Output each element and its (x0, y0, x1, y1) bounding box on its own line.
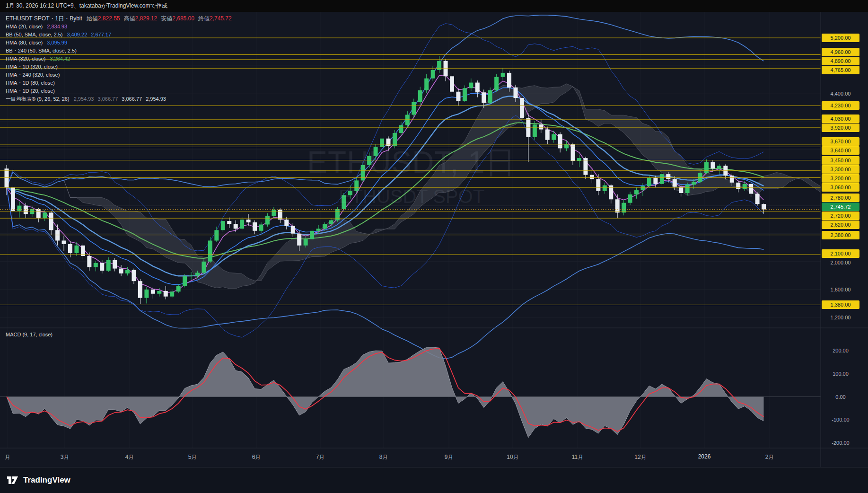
legend-row-value: 3,409.22 (67, 32, 87, 37)
legend-row-value: 2,954.93 (146, 96, 166, 102)
legend-row-label: HMA (320, close) (6, 56, 45, 62)
alert-price-label[interactable]: 4,765.00 (822, 66, 859, 74)
legend-row-label: HMA (20, close) (6, 24, 43, 29)
time-axis-label: 10月 (507, 453, 518, 461)
legend-row[interactable]: BB (50, SMA, close, 2.5)3,409.222,677.17 (6, 31, 236, 39)
legend-row-value: 3,095.99 (47, 40, 67, 45)
footer-bar: TradingView (0, 467, 868, 493)
legend-row-value: 終値2,745.72 (198, 15, 232, 22)
macd-tick-label: 100.00 (822, 370, 859, 378)
time-axis-label: 3月 (61, 453, 70, 461)
current-price-label[interactable]: 2,745.72 (822, 202, 859, 211)
legend-row-label: HMA・1D (80, close) (6, 80, 55, 86)
alert-price-label[interactable]: 3,920.00 (822, 123, 859, 132)
time-axis-label: 7月 (316, 453, 325, 461)
legend-row[interactable]: 一目均衡表® (9, 26, 52, 26)2,954.933,066.773,… (6, 95, 236, 103)
legend-row-label: 一目均衡表® (9, 26, 52, 26) (6, 96, 70, 102)
legend-row-value: 2,954.93 (74, 96, 94, 102)
time-axis-label: 6月 (252, 453, 261, 461)
legend-row-label: HMA・1D (20, close) (6, 88, 55, 94)
alert-price-label[interactable]: 2,780.00 (822, 194, 859, 202)
price-axis[interactable]: 5,200.004,960.004,890.004,765.004,400.00… (822, 12, 867, 467)
alert-price-label[interactable]: 5,200.00 (822, 34, 859, 42)
time-axis[interactable]: 月3月4月5月6月7月8月9月10月11月12月20262月 (0, 449, 868, 466)
legend-row-value: 2,677.17 (91, 32, 111, 37)
macd-tick-label: 200.00 (822, 346, 859, 355)
alert-price-label[interactable]: 3,060.00 (822, 183, 859, 192)
alert-price-label[interactable]: 2,380.00 (822, 231, 859, 239)
alert-price-label[interactable]: 2,720.00 (822, 211, 859, 220)
snapshot-caption: 1月 30, 2026 16:12 UTC+9、takatabaがTrading… (6, 2, 167, 9)
time-axis-label: 4月 (125, 453, 134, 461)
legend-row-value: 安値2,685.00 (161, 15, 194, 22)
legend-row[interactable]: BB・240 (50, SMA, close, 2.5) (6, 47, 236, 55)
legend-row-label: HMA・1D (320, close) (6, 64, 58, 70)
alert-price-label[interactable]: 1,380.00 (822, 300, 859, 309)
snapshot-caption-bar: 1月 30, 2026 16:12 UTC+9、takatabaがTrading… (0, 0, 868, 12)
time-axis-label: 9月 (445, 453, 454, 461)
legend-row-value: 高値2,829.12 (124, 15, 158, 22)
indicator-legend: ETHUSDT SPOT・1日・Bybit始値2,822.55高値2,829.1… (6, 15, 236, 103)
legend-value-prefix: 高値 (124, 15, 135, 22)
price-tick-label: 2,000.00 (822, 258, 859, 267)
alert-price-label[interactable]: 4,890.00 (822, 57, 859, 65)
legend-row[interactable]: HMA・1D (20, close) (6, 87, 236, 95)
alert-price-label[interactable]: 4,960.00 (822, 48, 859, 56)
price-tick-label: 1,600.00 (822, 285, 859, 294)
legend-row[interactable]: HMA・1D (80, close) (6, 79, 236, 87)
price-tick-label: 1,200.00 (822, 313, 859, 322)
time-axis-label: 8月 (379, 453, 388, 461)
legend-row[interactable]: HMA (320, close)3,264.42 (6, 55, 236, 63)
tradingview-snapshot: 1月 30, 2026 16:12 UTC+9、takatabaがTrading… (0, 0, 868, 493)
legend-row[interactable]: ETHUSDT SPOT・1日・Bybit始値2,822.55高値2,829.1… (6, 15, 236, 23)
legend-row-value: 始値2,822.55 (87, 15, 120, 22)
alert-price-label[interactable]: 3,300.00 (822, 165, 859, 174)
alert-price-label[interactable]: 3,670.00 (822, 137, 859, 146)
alert-price-label[interactable]: 3,450.00 (822, 156, 859, 165)
legend-row-label: BB (50, SMA, close, 2.5) (6, 32, 62, 37)
time-axis-label: 5月 (188, 453, 197, 461)
macd-tick-label: -100.00 (822, 415, 859, 424)
legend-row-value: 2,834.93 (47, 24, 67, 29)
price-tick-label: 4,400.00 (822, 89, 859, 98)
time-axis-label: 11月 (572, 453, 583, 461)
macd-tick-label: 0.00 (822, 393, 859, 401)
legend-row-value: 3,066.77 (97, 96, 118, 102)
legend-row-value: 3,264.42 (50, 56, 70, 62)
alert-price-label[interactable]: 4,230.00 (822, 101, 859, 110)
legend-row[interactable]: HMA (20, close)2,834.93 (6, 23, 236, 31)
time-axis-label: 月 (5, 453, 10, 461)
legend-row[interactable]: HMA・1D (320, close) (6, 63, 236, 71)
tradingview-brand-text[interactable]: TradingView (23, 475, 70, 485)
macd-legend-label: MACD (9, 17, close) (6, 332, 53, 337)
legend-row-label: HMA・240 (320, close) (6, 72, 60, 78)
alert-price-label[interactable]: 3,200.00 (822, 174, 859, 183)
legend-row-value: 3,066.77 (122, 96, 142, 102)
legend-value-prefix: 終値 (198, 15, 210, 22)
legend-row-label: HMA (80, close) (6, 40, 43, 45)
alert-price-label[interactable]: 2,100.00 (822, 249, 859, 258)
legend-row[interactable]: HMA (80, close)3,095.99 (6, 39, 236, 47)
macd-legend[interactable]: MACD (9, 17, close) (6, 332, 53, 337)
legend-row[interactable]: HMA・240 (320, close) (6, 71, 236, 79)
macd-tick-label: -200.00 (822, 439, 859, 447)
legend-row-label: ETHUSDT SPOT・1日・Bybit (6, 15, 82, 22)
alert-price-label[interactable]: 2,620.00 (822, 220, 859, 229)
time-axis-label: 2月 (765, 453, 774, 461)
alert-price-label[interactable]: 3,640.00 (822, 146, 859, 155)
legend-value-prefix: 安値 (161, 15, 172, 22)
legend-row-label: BB・240 (50, SMA, close, 2.5) (6, 48, 77, 53)
alert-price-label[interactable]: 4,030.00 (822, 114, 859, 123)
tradingview-logo-icon[interactable] (7, 475, 19, 485)
time-axis-label: 2026 (698, 453, 711, 460)
legend-value-prefix: 始値 (87, 15, 98, 22)
time-axis-label: 12月 (634, 453, 646, 461)
